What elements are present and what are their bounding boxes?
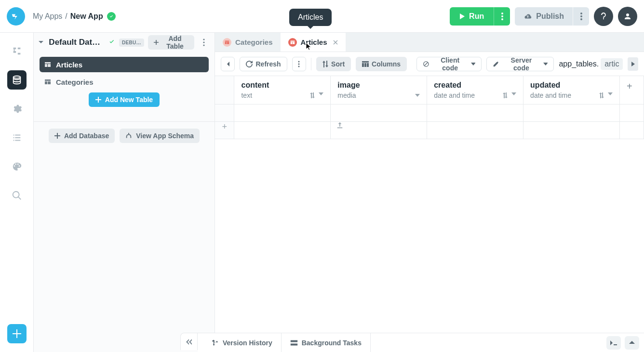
debug-tag[interactable]: DEBU… xyxy=(119,39,144,47)
svg-point-3 xyxy=(580,13,582,14)
upload-media-cell[interactable] xyxy=(331,122,427,139)
db-more-button[interactable] xyxy=(198,35,210,50)
tab-categories[interactable]: Categories xyxy=(215,33,281,52)
add-new-table-button[interactable]: Add New Table xyxy=(89,92,160,107)
database-header: Default Databa… DEBU… Add Table xyxy=(34,33,215,52)
collapse-db-icon[interactable] xyxy=(38,39,45,46)
add-database-button[interactable]: Add Database xyxy=(49,129,115,143)
tab-label: Categories xyxy=(235,38,273,46)
sort-icon xyxy=(599,92,604,98)
branch-icon xyxy=(211,339,219,347)
rail-database[interactable] xyxy=(7,70,27,90)
tab-articles[interactable]: Articles xyxy=(281,33,346,52)
code-token: artic xyxy=(601,58,623,70)
columns-button[interactable]: Columns xyxy=(356,57,407,71)
column-header-created[interactable]: created date and time xyxy=(427,76,523,104)
empty-cell-created[interactable] xyxy=(427,122,523,139)
code-prefix: app_tables. xyxy=(559,60,599,68)
run-button[interactable]: Run xyxy=(450,7,494,26)
publish-button[interactable]: Publish xyxy=(515,7,573,26)
bottom-bar: Version History Background Tasks xyxy=(198,333,644,352)
collapse-bottom-button[interactable] xyxy=(180,333,198,350)
account-button[interactable] xyxy=(618,7,637,26)
refresh-icon xyxy=(246,61,253,67)
more-vert-icon xyxy=(501,13,503,20)
add-row-button[interactable]: + xyxy=(215,122,234,139)
column-header-content[interactable]: content text xyxy=(234,76,331,104)
more-vert-icon xyxy=(580,13,582,20)
column-name: content xyxy=(241,81,323,90)
add-row: + xyxy=(215,122,644,139)
column-sort-button[interactable] xyxy=(599,92,604,98)
breadcrumb-current[interactable]: New App xyxy=(70,12,103,21)
column-menu-button[interactable] xyxy=(415,94,420,97)
tooltip-text: Articles xyxy=(298,13,323,21)
column-sort-button[interactable] xyxy=(503,92,508,98)
code-path[interactable]: app_tables. artic xyxy=(559,58,623,70)
console-button[interactable] xyxy=(606,336,621,350)
rail-app-browser[interactable] xyxy=(7,41,27,61)
history-back-button[interactable] xyxy=(221,57,235,71)
tab-label: Articles xyxy=(301,38,327,46)
app-logo[interactable] xyxy=(7,7,25,26)
plus-icon xyxy=(13,329,21,338)
rail-theme[interactable] xyxy=(7,157,27,176)
column-header-image[interactable]: image media xyxy=(331,76,427,104)
close-tab-button[interactable] xyxy=(333,40,338,45)
server-code-button[interactable]: Server code xyxy=(486,57,554,71)
table-icon xyxy=(288,38,297,47)
spacer-row xyxy=(215,104,644,122)
table-toolbar: Refresh Sort Columns Client code xyxy=(215,52,644,76)
chevron-down-icon xyxy=(511,92,516,95)
column-menu-button[interactable] xyxy=(319,92,323,98)
run-label: Run xyxy=(469,12,484,21)
add-column-button[interactable]: + xyxy=(619,76,644,104)
db-sync-icon xyxy=(108,39,115,46)
view-schema-button[interactable]: View App Schema xyxy=(120,129,200,143)
database-icon xyxy=(12,75,22,85)
add-table-button[interactable]: Add Table xyxy=(148,35,194,50)
table-icon xyxy=(223,38,231,47)
sort-button[interactable]: Sort xyxy=(316,57,351,71)
code-scroll-right-button[interactable] xyxy=(628,57,638,71)
version-history-tab[interactable]: Version History xyxy=(202,333,282,352)
client-code-button[interactable]: Client code xyxy=(416,57,482,71)
table-icon xyxy=(44,78,51,85)
table-item-categories[interactable]: Categories xyxy=(40,74,209,90)
table-item-articles[interactable]: Articles xyxy=(40,57,209,72)
background-tasks-label: Background Tasks xyxy=(302,339,362,347)
background-tasks-tab[interactable]: Background Tasks xyxy=(282,333,371,352)
rail-search[interactable] xyxy=(7,186,27,205)
empty-cell-content[interactable] xyxy=(234,122,331,139)
rail-list[interactable] xyxy=(7,128,27,147)
column-menu-button[interactable] xyxy=(511,92,516,98)
run-more-button[interactable] xyxy=(494,7,510,26)
plus-icon xyxy=(95,97,101,103)
column-header-updated[interactable]: updated date and time xyxy=(523,76,620,104)
chevron-down-icon xyxy=(608,92,613,95)
rail-add-button[interactable] xyxy=(7,324,27,343)
column-sort-button[interactable] xyxy=(310,92,315,98)
rail-settings[interactable] xyxy=(7,99,27,118)
expand-up-button[interactable] xyxy=(625,336,639,350)
sidebar-actions: Add Database View App Schema xyxy=(34,129,215,143)
publish-more-button[interactable] xyxy=(573,7,589,26)
chevron-down-icon xyxy=(319,92,323,95)
empty-cell-updated[interactable] xyxy=(523,122,620,139)
upload-icon xyxy=(336,122,343,129)
server-code-label: Server code xyxy=(502,56,540,72)
breadcrumb-parent[interactable]: My Apps xyxy=(33,12,62,21)
table-item-label: Categories xyxy=(56,78,94,86)
table-item-label: Articles xyxy=(56,61,82,69)
view-schema-label: View App Schema xyxy=(136,132,194,140)
database-title[interactable]: Default Databa… xyxy=(49,38,105,47)
cloud-upload-icon xyxy=(523,13,532,20)
toolbar-more-button[interactable] xyxy=(292,57,306,71)
help-button[interactable] xyxy=(594,7,613,26)
column-menu-button[interactable] xyxy=(608,92,613,98)
nav-rail xyxy=(0,33,34,352)
chevron-down-icon xyxy=(543,63,548,65)
chevron-up-icon xyxy=(629,341,635,345)
refresh-button[interactable]: Refresh xyxy=(240,57,287,71)
columns-icon xyxy=(362,61,369,67)
